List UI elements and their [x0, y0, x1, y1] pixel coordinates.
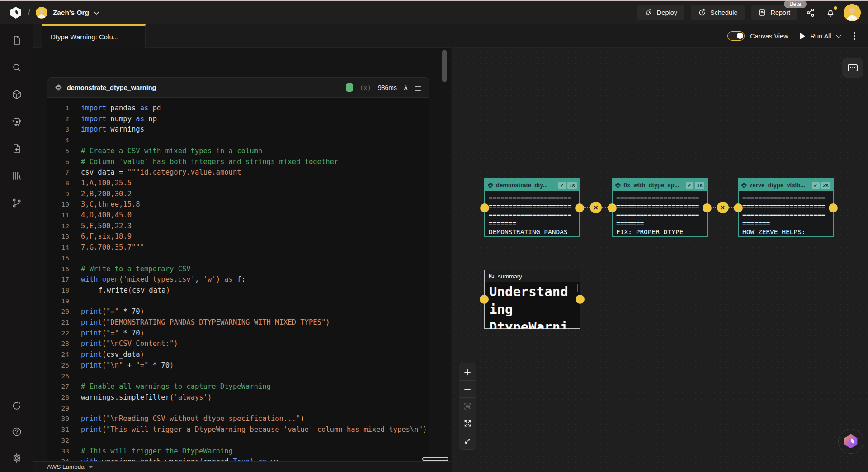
- node-port-right[interactable]: [829, 203, 838, 212]
- line-content: [69, 135, 81, 146]
- code-line[interactable]: 147,G,700,35.7""": [47, 242, 429, 253]
- runtime-label[interactable]: AWS Lambda: [47, 463, 85, 470]
- sidebar-item-files[interactable]: [11, 34, 23, 46]
- canvas-panel: Canvas View Run All demonstrate_dty... ✓…: [452, 24, 868, 472]
- node-port-right[interactable]: [576, 295, 585, 304]
- sidebar-item-settings[interactable]: [11, 452, 23, 464]
- share-button[interactable]: [804, 6, 817, 19]
- canvas-node[interactable]: fix_with_dtype_sp... ✓ 1s ==============…: [612, 178, 708, 237]
- code-block-header[interactable]: demonstrate_dtype_warning (x) 986ms λ: [47, 78, 429, 98]
- zoom-out-button[interactable]: [459, 381, 476, 398]
- line-number: 13: [47, 231, 69, 242]
- canvas-view-toggle[interactable]: [727, 31, 745, 41]
- org-avatar[interactable]: [36, 7, 47, 19]
- user-avatar[interactable]: [844, 4, 861, 21]
- run-all-button[interactable]: Run All: [811, 33, 831, 40]
- node-port-left[interactable]: [480, 295, 489, 304]
- code-line[interactable]: 25print("\n" + "=" * 70): [47, 360, 429, 371]
- canvas-node[interactable]: demonstrate_dty... ✓ 1s ================…: [484, 178, 580, 237]
- node-port-right[interactable]: [703, 203, 712, 212]
- sidebar-item-imports[interactable]: [11, 143, 23, 155]
- zoom-to-selection-button[interactable]: [459, 398, 476, 415]
- line-content: warnings.simplefilter('always'): [69, 392, 212, 403]
- canvas-toolbar-toggle-button[interactable]: [842, 58, 863, 78]
- rocket-icon: [645, 9, 653, 17]
- code-line[interactable]: 18 f.write(csv_data): [47, 285, 429, 296]
- horizontal-scrollbar[interactable]: [422, 457, 448, 461]
- line-content: 5,E,500,22.3: [69, 221, 132, 232]
- node-port-left[interactable]: [480, 203, 489, 212]
- code-line[interactable]: 21print("DEMONSTRATING PANDAS DTYPEWARNI…: [47, 317, 429, 328]
- play-icon[interactable]: [800, 33, 805, 39]
- code-line[interactable]: 81,A,100,25.5: [47, 178, 429, 189]
- org-chevron-down-icon[interactable]: [94, 9, 99, 15]
- line-number: 30: [47, 414, 69, 425]
- edge-disconnect-button[interactable]: ✕: [590, 202, 602, 213]
- canvas-area[interactable]: demonstrate_dty... ✓ 1s ================…: [452, 48, 868, 472]
- code-line[interactable]: 125,E,500,22.3: [47, 221, 429, 232]
- sidebar-item-search[interactable]: [11, 61, 23, 73]
- line-number: 25: [47, 360, 69, 371]
- code-line[interactable]: 19: [47, 296, 429, 307]
- code-line[interactable]: 7csv_data = """id,category,value,amount: [47, 167, 429, 178]
- zerve-logo-icon[interactable]: [9, 6, 23, 19]
- zoom-in-button[interactable]: [459, 363, 476, 381]
- code-line[interactable]: 136,F,six,18.9: [47, 231, 429, 242]
- code-line[interactable]: 20print("=" * 70): [47, 307, 429, 317]
- sidebar-item-ai-assistant[interactable]: [11, 400, 23, 411]
- tab-dtype-warning[interactable]: Dtype Warning: Colu...: [42, 24, 146, 48]
- code-line[interactable]: 33# This will trigger the DtypeWarning: [47, 446, 429, 457]
- code-line[interactable]: 23print("\nCSV Content:"): [47, 339, 429, 349]
- sidebar-item-library[interactable]: [11, 170, 23, 182]
- code-line[interactable]: 6# Column 'value' has both integers and …: [47, 157, 429, 168]
- line-content: [69, 403, 81, 414]
- org-name[interactable]: Zach's Org: [53, 9, 89, 17]
- code-line[interactable]: 32: [47, 435, 429, 446]
- split-view-icon[interactable]: [415, 85, 421, 91]
- vertical-scrollbar[interactable]: [442, 50, 447, 82]
- node-runtime-badge: 1s: [695, 182, 704, 189]
- code-line[interactable]: 5# Create a CSV with mixed types in a co…: [47, 146, 429, 157]
- code-line[interactable]: 92,B,200,30.2: [47, 189, 429, 200]
- node-port-left[interactable]: [608, 203, 617, 212]
- node-port-left[interactable]: [734, 203, 743, 212]
- more-options-kebab[interactable]: [852, 30, 858, 42]
- lambda-indicator[interactable]: λ: [404, 84, 408, 92]
- code-line[interactable]: 1import pandas as pd: [47, 103, 429, 114]
- code-lines[interactable]: 1import pandas as pd2import numpy as np3…: [47, 98, 429, 461]
- code-line[interactable]: 3import warnings: [47, 124, 429, 135]
- code-line[interactable]: 17with open('mixed_types.csv', 'w') as f…: [47, 274, 429, 285]
- sidebar-item-compute[interactable]: [11, 116, 23, 127]
- code-line[interactable]: 4: [47, 135, 429, 146]
- fit-view-button[interactable]: [459, 415, 476, 432]
- run-all-chevron-icon[interactable]: [836, 33, 841, 38]
- code-line[interactable]: 34with warnings.catch_warnings(record=Tr…: [47, 457, 429, 461]
- code-line[interactable]: 29: [47, 403, 429, 414]
- schedule-button[interactable]: Schedule: [691, 5, 745, 20]
- code-line[interactable]: 26: [47, 371, 429, 382]
- code-line[interactable]: 16# Write to a temporary CSV: [47, 264, 429, 275]
- code-line[interactable]: 22print("=" * 70): [47, 328, 429, 339]
- code-line[interactable]: 103,C,three,15.8: [47, 199, 429, 210]
- expand-button[interactable]: [459, 432, 476, 449]
- code-line[interactable]: 114,D,400,45.0: [47, 210, 429, 221]
- code-line[interactable]: 31print("This will trigger a DtypeWarnin…: [47, 425, 429, 435]
- code-line[interactable]: 15: [47, 253, 429, 264]
- notifications-bell-button[interactable]: [824, 6, 837, 19]
- code-line[interactable]: 24print(csv_data): [47, 349, 429, 360]
- edge-disconnect-button[interactable]: ✕: [717, 202, 729, 213]
- canvas-node[interactable]: zerve_dtype_visib... ✓ 2s ==============…: [738, 178, 834, 237]
- code-line[interactable]: 30print("\nReading CSV without dtype spe…: [47, 414, 429, 425]
- runtime-chevron-down-icon[interactable]: [89, 466, 93, 468]
- variables-icon[interactable]: (x): [360, 84, 371, 91]
- sidebar-item-packages[interactable]: [11, 89, 23, 100]
- sidebar-item-version-control[interactable]: [11, 197, 23, 209]
- code-line[interactable]: 2import numpy as np: [47, 114, 429, 125]
- node-port-right[interactable]: [575, 203, 584, 212]
- sidebar-item-help[interactable]: [11, 426, 23, 438]
- line-content: 2,B,200,30.2: [69, 189, 132, 200]
- code-line[interactable]: 27# Enable all warnings to capture Dtype…: [47, 382, 429, 392]
- summary-node[interactable]: M↓ summary UnderstandingDtypeWarni: [484, 270, 580, 329]
- deploy-button[interactable]: Deploy: [637, 5, 684, 20]
- code-line[interactable]: 28warnings.simplefilter('always'): [47, 392, 429, 403]
